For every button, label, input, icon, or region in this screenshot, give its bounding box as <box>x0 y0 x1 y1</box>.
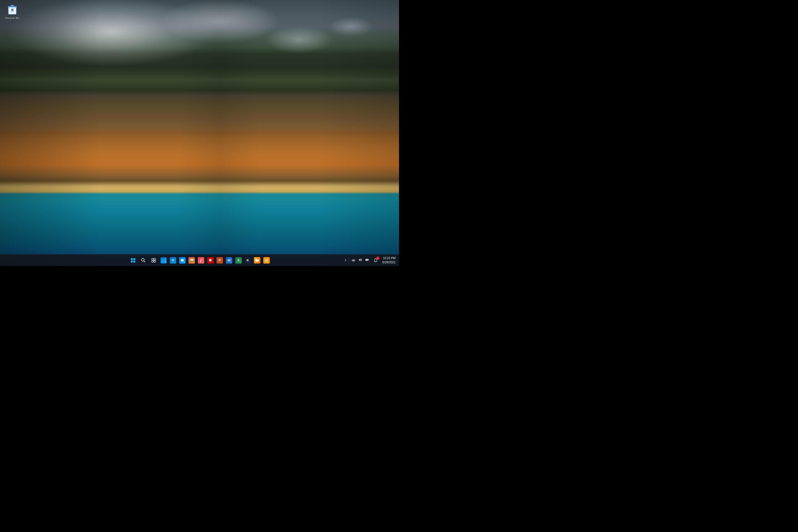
explorer-icon <box>254 257 260 264</box>
svg-rect-6 <box>154 258 156 260</box>
taskbar-center: O <box>128 255 271 265</box>
svg-rect-5 <box>152 258 153 260</box>
network-icon[interactable] <box>350 258 356 263</box>
outlook-icon: O <box>170 257 176 264</box>
battery-icon[interactable] <box>364 258 370 263</box>
taskbar-explorer[interactable] <box>253 256 262 265</box>
unknown-app-icon <box>263 257 270 264</box>
taskbar: O <box>0 254 399 266</box>
powerpoint-icon: P <box>216 257 223 264</box>
svg-point-14 <box>353 261 354 262</box>
store-icon <box>179 257 186 264</box>
date-display: 6/28/2021 <box>382 260 396 265</box>
volume-icon[interactable] <box>357 258 363 263</box>
clock[interactable]: 10:23 PM 6/28/2021 <box>381 256 397 265</box>
itunes-icon <box>198 257 204 264</box>
svg-point-13 <box>266 260 267 261</box>
svg-rect-8 <box>154 261 156 262</box>
svg-rect-7 <box>152 261 153 262</box>
edge-icon <box>160 258 167 263</box>
task-view-icon <box>151 258 156 263</box>
taskbar-powerpoint[interactable]: P <box>215 256 224 265</box>
recycle-bin-label: Recycle Bin <box>5 16 19 20</box>
svg-rect-16 <box>366 259 368 260</box>
taskbar-photos[interactable] <box>187 256 196 265</box>
taskbar-iheartradio[interactable] <box>206 256 215 265</box>
notification-count: 1 <box>376 256 380 260</box>
cliff-shadow <box>0 0 399 266</box>
svg-line-4 <box>144 261 145 262</box>
task-view-button[interactable] <box>149 255 158 265</box>
search-icon <box>141 258 146 263</box>
iheartradio-icon <box>207 257 213 264</box>
taskbar-kapp[interactable]: K <box>243 256 252 265</box>
desktop: Recycle Bin <box>0 0 399 266</box>
recycle-bin-svg <box>6 3 18 15</box>
svg-rect-9 <box>182 259 183 260</box>
tray-separator <box>349 257 349 264</box>
kapp-icon: K <box>245 257 251 264</box>
word-icon: W <box>226 257 232 264</box>
notification-button[interactable]: 1 <box>371 256 380 265</box>
start-button[interactable] <box>128 255 138 265</box>
taskbar-excel[interactable]: X <box>234 256 243 265</box>
windows-logo-icon <box>131 258 135 263</box>
time-display: 10:23 PM <box>383 256 396 260</box>
search-button[interactable] <box>138 255 148 265</box>
excel-icon: X <box>235 257 242 264</box>
taskbar-store[interactable] <box>178 256 187 265</box>
recycle-bin-icon[interactable]: Recycle Bin <box>2 2 22 21</box>
taskbar-itunes[interactable] <box>196 256 205 265</box>
show-hidden-icons-button[interactable] <box>344 258 347 263</box>
photos-icon <box>188 257 195 264</box>
taskbar-edge[interactable] <box>159 256 168 265</box>
taskbar-outlook[interactable]: O <box>169 256 177 265</box>
taskbar-app-unknown[interactable] <box>262 256 271 265</box>
svg-rect-17 <box>368 260 369 260</box>
svg-rect-1 <box>8 6 17 7</box>
taskbar-word[interactable]: W <box>225 256 233 265</box>
taskbar-right: 1 10:23 PM 6/28/2021 <box>344 256 397 265</box>
